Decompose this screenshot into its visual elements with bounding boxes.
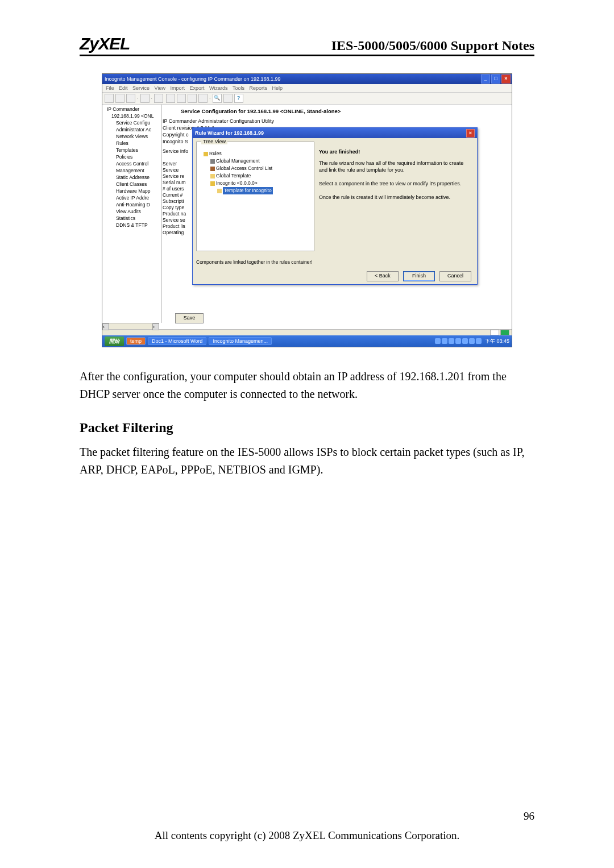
menu-export[interactable]: Export	[190, 85, 205, 91]
tree-item[interactable]: 192.168.1.99 <ONL	[103, 113, 160, 119]
menu-view[interactable]: View	[155, 85, 165, 91]
tree-item[interactable]: Static Addresse	[103, 174, 160, 181]
tree-item[interactable]: Statistics	[103, 215, 160, 222]
menu-help[interactable]: Help	[272, 85, 283, 91]
toolbar-button-1[interactable]	[105, 94, 114, 103]
tree-item[interactable]: Hardware Mapp	[103, 188, 160, 194]
document-title: IES-5000/5005/6000 Support Notes	[331, 38, 534, 53]
menu-tools[interactable]: Tools	[233, 85, 244, 91]
management-icon	[210, 159, 215, 164]
incognito-icon	[210, 181, 215, 186]
zyxel-logo: ZyXEL	[80, 34, 130, 53]
wizard-cancel-button[interactable]: Cancel	[439, 271, 471, 281]
quicklaunch-item[interactable]: temp	[126, 337, 146, 345]
service-config-heading: Service Configuration for 192.168.1.99 <…	[181, 108, 508, 114]
wizard-finish-button[interactable]: Finish	[403, 271, 435, 281]
wizard-titlebar: Rule Wizard for 192.168.1.99 ×	[193, 128, 477, 138]
tray-icon[interactable]	[442, 338, 447, 344]
tree-item[interactable]: Anti-Roaming D	[103, 201, 160, 208]
wizard-tree-item[interactable]: Global Template	[199, 172, 312, 180]
tree-item[interactable]: Templates	[103, 147, 160, 153]
tree-item[interactable]: DDNS & TFTP	[103, 222, 160, 229]
window-close-button[interactable]: ×	[501, 74, 511, 84]
toolbar-button-8[interactable]	[198, 94, 208, 103]
page-header: ZyXEL IES-5000/5005/6000 Support Notes	[80, 34, 534, 56]
wizard-tree-item[interactable]: Incognito <0.0.0.0>	[199, 180, 312, 187]
tree-item[interactable]: Client Classes	[103, 181, 160, 188]
wizard-right-panel: You are finished! The rule wizard now ha…	[318, 138, 477, 269]
toolbar-button-2[interactable]	[115, 94, 125, 103]
window-minimize-button[interactable]: _	[481, 74, 490, 84]
wizard-tree-root[interactable]: Rules	[199, 150, 312, 157]
wizard-close-button[interactable]: ×	[466, 129, 475, 138]
menu-reports[interactable]: Reports	[249, 85, 267, 91]
tree-item[interactable]: Management	[103, 167, 160, 174]
tree-view-fieldset: Tree View Rules Global Management Global…	[196, 142, 314, 251]
window-maximize-button[interactable]: □	[491, 74, 500, 84]
toolbar: · · · 🔍 ?	[102, 93, 512, 105]
tree-item[interactable]: Rules	[103, 140, 160, 147]
toolbar-button-7[interactable]	[188, 94, 197, 103]
body-paragraph-2: The packet filtering feature on the IES-…	[80, 443, 534, 479]
toolbar-button-5[interactable]	[166, 94, 175, 103]
toolbar-button-4[interactable]	[140, 94, 150, 103]
wizard-tree-item[interactable]: Global Management	[199, 157, 312, 165]
tree-root[interactable]: IP Commander	[103, 106, 160, 113]
menu-service[interactable]: Service	[132, 85, 150, 91]
taskbar-task[interactable]: Doc1 - Microsoft Word	[148, 337, 206, 345]
config-utility-line: IP Commander Administrator Configuration…	[163, 118, 508, 124]
wizard-tree-selected[interactable]: Template for Incognito	[199, 187, 312, 194]
tray-icon[interactable]	[435, 338, 441, 344]
menu-import[interactable]: Import	[170, 85, 185, 91]
menu-edit[interactable]: Edit	[119, 85, 128, 91]
tray-icon[interactable]	[469, 338, 475, 344]
windows-taskbar: 開始 temp Doc1 - Microsoft Word Incognito …	[102, 335, 512, 347]
start-button[interactable]: 開始	[105, 337, 124, 346]
tree-item[interactable]: Active IP Addre	[103, 194, 160, 201]
wizard-back-button[interactable]: < Back	[367, 271, 399, 281]
tray-icon[interactable]	[462, 338, 468, 344]
menu-wizards[interactable]: Wizards	[209, 85, 228, 91]
toolbar-button-6[interactable]	[177, 94, 186, 103]
wizard-text: The rule wizard now has all of the requi…	[319, 160, 472, 173]
wizard-tree-item[interactable]: Global Access Control List	[199, 165, 312, 172]
wizard-text: Once the rule is created it will immedia…	[319, 194, 472, 201]
body-paragraph-1: After the configuration, your computer s…	[80, 368, 534, 403]
menu-file[interactable]: File	[106, 85, 114, 91]
wizard-button-row: < Back Finish Cancel	[193, 269, 477, 284]
scroll-left-button[interactable]: ‹	[102, 323, 109, 330]
horizontal-scrollbar[interactable]: ‹ ›	[102, 323, 159, 329]
rule-wizard-dialog: Rule Wizard for 192.168.1.99 × Tree View…	[192, 127, 478, 285]
tree-item[interactable]: Policies	[103, 153, 160, 160]
system-tray[interactable]: 下午 03:45	[435, 338, 509, 345]
save-button[interactable]: Save	[175, 313, 204, 323]
tray-icon[interactable]	[449, 338, 454, 344]
template-icon	[210, 174, 215, 178]
toolbar-refresh-icon[interactable]	[223, 94, 233, 103]
tree-item[interactable]: Access Control	[103, 160, 160, 167]
left-tree-pane[interactable]: IP Commander 192.168.1.99 <ONL Service C…	[102, 105, 162, 323]
tray-icon[interactable]	[455, 338, 461, 344]
wizard-tree[interactable]: Rules Global Management Global Access Co…	[199, 150, 312, 194]
footer-copyright: All contents copyright (c) 2008 ZyXEL Co…	[0, 829, 614, 842]
status-bar	[102, 329, 512, 335]
rules-icon	[204, 152, 208, 156]
tray-icon[interactable]	[476, 338, 482, 344]
toolbar-edit-icon[interactable]	[154, 94, 163, 103]
tree-item[interactable]: Service Configu	[103, 119, 160, 126]
tree-item[interactable]: View Audits	[103, 208, 160, 215]
toolbar-help-icon[interactable]: ?	[234, 94, 243, 103]
page-number: 96	[524, 810, 534, 823]
status-indicator	[500, 330, 509, 335]
toolbar-button-3[interactable]	[126, 94, 135, 103]
toolbar-zoom-in-icon[interactable]: 🔍	[213, 94, 222, 103]
acl-icon	[210, 167, 215, 171]
window-title-text: Incognito Management Console - configuri…	[105, 76, 281, 82]
tree-item[interactable]: Administrator Ac	[103, 126, 160, 133]
wizard-title-text: Rule Wizard for 192.168.1.99	[195, 130, 264, 136]
taskbar-task[interactable]: Incognito Managemen...	[209, 337, 272, 345]
tree-item[interactable]: Network Views	[103, 133, 160, 140]
scroll-right-button[interactable]: ›	[152, 323, 159, 330]
content-pane: Service Configuration for 192.168.1.99 <…	[159, 105, 512, 329]
menu-bar[interactable]: File Edit Service View Import Export Wiz…	[102, 84, 512, 93]
